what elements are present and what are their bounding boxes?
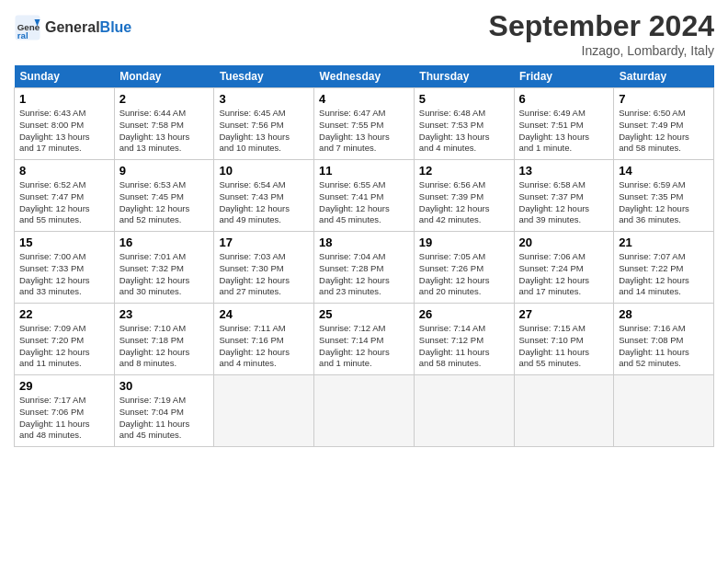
day-info: Sunrise: 6:54 AM Sunset: 7:43 PM Dayligh… <box>219 179 309 226</box>
day-info: Sunrise: 7:14 AM Sunset: 7:12 PM Dayligh… <box>419 323 509 370</box>
col-header-monday: Monday <box>114 65 214 88</box>
day-cell-19: 19Sunrise: 7:05 AM Sunset: 7:26 PM Dayli… <box>414 232 514 304</box>
day-cell-1: 1Sunrise: 6:43 AM Sunset: 8:00 PM Daylig… <box>15 88 115 160</box>
day-info: Sunrise: 6:43 AM Sunset: 8:00 PM Dayligh… <box>19 108 109 155</box>
title-block: September 2024 Inzago, Lombardy, Italy <box>489 9 714 58</box>
week-row-1: 1Sunrise: 6:43 AM Sunset: 8:00 PM Daylig… <box>15 88 714 160</box>
day-number: 22 <box>19 307 109 321</box>
day-cell-13: 13Sunrise: 6:58 AM Sunset: 7:37 PM Dayli… <box>514 160 614 232</box>
day-info: Sunrise: 7:12 AM Sunset: 7:14 PM Dayligh… <box>319 323 409 370</box>
day-cell-3: 3Sunrise: 6:45 AM Sunset: 7:56 PM Daylig… <box>214 88 314 160</box>
day-number: 13 <box>519 164 609 178</box>
day-info: Sunrise: 7:06 AM Sunset: 7:24 PM Dayligh… <box>519 251 609 298</box>
week-row-2: 8Sunrise: 6:52 AM Sunset: 7:47 PM Daylig… <box>15 160 714 232</box>
day-number: 5 <box>419 92 509 106</box>
day-cell-27: 27Sunrise: 7:15 AM Sunset: 7:10 PM Dayli… <box>514 304 614 375</box>
day-cell-15: 15Sunrise: 7:00 AM Sunset: 7:33 PM Dayli… <box>15 232 115 304</box>
day-number: 26 <box>419 307 509 321</box>
day-number: 6 <box>519 92 609 106</box>
week-row-3: 15Sunrise: 7:00 AM Sunset: 7:33 PM Dayli… <box>15 232 714 304</box>
svg-text:ral: ral <box>17 30 28 40</box>
day-number: 25 <box>319 307 409 321</box>
logo: Gene ral GeneralBlue <box>14 14 131 41</box>
day-number: 12 <box>419 164 509 178</box>
day-info: Sunrise: 6:49 AM Sunset: 7:51 PM Dayligh… <box>519 108 609 155</box>
day-cell-18: 18Sunrise: 7:04 AM Sunset: 7:28 PM Dayli… <box>314 232 415 304</box>
day-info: Sunrise: 7:19 AM Sunset: 7:04 PM Dayligh… <box>119 395 210 442</box>
day-info: Sunrise: 7:16 AM Sunset: 7:08 PM Dayligh… <box>619 323 709 370</box>
day-cell-26: 26Sunrise: 7:14 AM Sunset: 7:12 PM Dayli… <box>414 304 514 375</box>
day-info: Sunrise: 6:47 AM Sunset: 7:55 PM Dayligh… <box>319 108 409 155</box>
day-number: 4 <box>319 92 409 106</box>
day-number: 19 <box>419 236 509 249</box>
day-number: 2 <box>119 92 210 106</box>
day-info: Sunrise: 7:04 AM Sunset: 7:28 PM Dayligh… <box>319 251 409 298</box>
day-number: 3 <box>219 92 309 106</box>
day-info: Sunrise: 7:03 AM Sunset: 7:30 PM Dayligh… <box>219 251 309 298</box>
day-cell-30: 30Sunrise: 7:19 AM Sunset: 7:04 PM Dayli… <box>114 375 214 447</box>
header: Gene ral GeneralBlue September 2024 Inza… <box>14 9 714 58</box>
day-info: Sunrise: 7:17 AM Sunset: 7:06 PM Dayligh… <box>19 395 109 442</box>
day-cell-23: 23Sunrise: 7:10 AM Sunset: 7:18 PM Dayli… <box>114 304 214 375</box>
day-number: 20 <box>519 236 609 249</box>
day-number: 8 <box>19 164 109 178</box>
day-cell-25: 25Sunrise: 7:12 AM Sunset: 7:14 PM Dayli… <box>314 304 415 375</box>
day-cell-empty <box>514 375 614 447</box>
day-info: Sunrise: 7:09 AM Sunset: 7:20 PM Dayligh… <box>19 323 109 370</box>
logo-icon: Gene ral <box>14 14 41 41</box>
day-info: Sunrise: 6:56 AM Sunset: 7:39 PM Dayligh… <box>419 179 509 226</box>
page-container: Gene ral GeneralBlue September 2024 Inza… <box>0 0 728 456</box>
day-number: 11 <box>319 164 409 178</box>
day-info: Sunrise: 7:15 AM Sunset: 7:10 PM Dayligh… <box>519 323 609 370</box>
day-cell-11: 11Sunrise: 6:55 AM Sunset: 7:41 PM Dayli… <box>314 160 415 232</box>
day-cell-20: 20Sunrise: 7:06 AM Sunset: 7:24 PM Dayli… <box>514 232 614 304</box>
day-info: Sunrise: 7:07 AM Sunset: 7:22 PM Dayligh… <box>619 251 709 298</box>
day-number: 29 <box>19 379 109 393</box>
col-header-friday: Friday <box>514 65 614 88</box>
day-cell-8: 8Sunrise: 6:52 AM Sunset: 7:47 PM Daylig… <box>15 160 115 232</box>
day-cell-2: 2Sunrise: 6:44 AM Sunset: 7:58 PM Daylig… <box>114 88 214 160</box>
day-cell-21: 21Sunrise: 7:07 AM Sunset: 7:22 PM Dayli… <box>614 232 714 304</box>
day-number: 27 <box>519 307 609 321</box>
day-cell-22: 22Sunrise: 7:09 AM Sunset: 7:20 PM Dayli… <box>15 304 115 375</box>
day-number: 24 <box>219 307 309 321</box>
day-number: 1 <box>19 92 109 106</box>
day-cell-empty <box>214 375 314 447</box>
day-number: 21 <box>619 236 709 249</box>
month-title: September 2024 <box>489 9 714 43</box>
day-number: 18 <box>319 236 409 249</box>
day-cell-16: 16Sunrise: 7:01 AM Sunset: 7:32 PM Dayli… <box>114 232 214 304</box>
day-cell-9: 9Sunrise: 6:53 AM Sunset: 7:45 PM Daylig… <box>114 160 214 232</box>
day-number: 10 <box>219 164 309 178</box>
day-cell-6: 6Sunrise: 6:49 AM Sunset: 7:51 PM Daylig… <box>514 88 614 160</box>
day-cell-5: 5Sunrise: 6:48 AM Sunset: 7:53 PM Daylig… <box>414 88 514 160</box>
week-row-5: 29Sunrise: 7:17 AM Sunset: 7:06 PM Dayli… <box>15 375 714 447</box>
day-info: Sunrise: 6:53 AM Sunset: 7:45 PM Dayligh… <box>119 179 210 226</box>
week-row-4: 22Sunrise: 7:09 AM Sunset: 7:20 PM Dayli… <box>15 304 714 375</box>
day-cell-17: 17Sunrise: 7:03 AM Sunset: 7:30 PM Dayli… <box>214 232 314 304</box>
col-header-sunday: Sunday <box>15 65 115 88</box>
day-cell-28: 28Sunrise: 7:16 AM Sunset: 7:08 PM Dayli… <box>614 304 714 375</box>
col-header-thursday: Thursday <box>414 65 514 88</box>
day-number: 30 <box>119 379 210 393</box>
day-number: 28 <box>619 307 709 321</box>
day-number: 16 <box>119 236 210 249</box>
calendar-table: SundayMondayTuesdayWednesdayThursdayFrid… <box>14 65 714 447</box>
day-number: 7 <box>619 92 709 106</box>
day-cell-4: 4Sunrise: 6:47 AM Sunset: 7:55 PM Daylig… <box>314 88 415 160</box>
col-header-saturday: Saturday <box>614 65 714 88</box>
day-cell-29: 29Sunrise: 7:17 AM Sunset: 7:06 PM Dayli… <box>15 375 115 447</box>
day-info: Sunrise: 6:58 AM Sunset: 7:37 PM Dayligh… <box>519 179 609 226</box>
day-info: Sunrise: 7:10 AM Sunset: 7:18 PM Dayligh… <box>119 323 210 370</box>
day-info: Sunrise: 7:00 AM Sunset: 7:33 PM Dayligh… <box>19 251 109 298</box>
day-info: Sunrise: 6:52 AM Sunset: 7:47 PM Dayligh… <box>19 179 109 226</box>
day-cell-7: 7Sunrise: 6:50 AM Sunset: 7:49 PM Daylig… <box>614 88 714 160</box>
logo-text-block: GeneralBlue <box>45 19 131 36</box>
day-cell-12: 12Sunrise: 6:56 AM Sunset: 7:39 PM Dayli… <box>414 160 514 232</box>
day-number: 14 <box>619 164 709 178</box>
day-info: Sunrise: 6:45 AM Sunset: 7:56 PM Dayligh… <box>219 108 309 155</box>
day-number: 9 <box>119 164 210 178</box>
location: Inzago, Lombardy, Italy <box>489 43 714 58</box>
col-header-tuesday: Tuesday <box>214 65 314 88</box>
day-number: 23 <box>119 307 210 321</box>
